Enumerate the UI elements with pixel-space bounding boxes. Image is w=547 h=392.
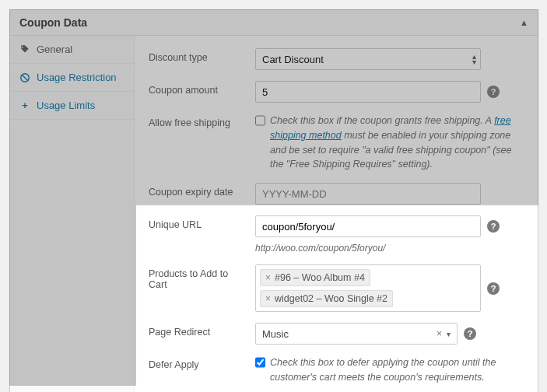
collapse-icon[interactable]: ▲ — [520, 18, 528, 27]
coupon-data-panel: Coupon Data ▲ General Usage Restriction … — [9, 9, 538, 392]
product-tag-label: #96 – Woo Album #4 — [275, 272, 365, 283]
unique-url-input[interactable] — [255, 215, 481, 237]
tab-usage-restriction[interactable]: Usage Restriction — [10, 64, 134, 92]
tab-limits-label: Usage Limits — [37, 100, 95, 111]
tab-general-label: General — [37, 44, 72, 55]
row-coupon-amount: Coupon amount — [149, 81, 524, 103]
label-coupon-amount: Coupon amount — [149, 81, 246, 96]
panel-header[interactable]: Coupon Data ▲ — [10, 10, 538, 36]
help-icon[interactable] — [487, 220, 500, 233]
clear-icon[interactable]: × — [437, 328, 442, 339]
help-icon[interactable] — [487, 282, 500, 295]
tab-content: Discount type Cart Discount ▴▾ Coupon am… — [135, 36, 538, 392]
label-page-redirect: Page Redirect — [149, 323, 246, 338]
page-redirect-select[interactable]: Music × ▾ — [255, 323, 458, 345]
remove-tag-icon[interactable]: × — [265, 293, 271, 304]
row-page-redirect: Page Redirect Music × ▾ — [149, 323, 524, 345]
label-defer-apply: Defer Apply — [149, 355, 246, 370]
help-icon[interactable] — [464, 327, 476, 340]
chevron-down-icon[interactable]: ▾ — [447, 330, 451, 338]
row-products-add: Products to Add to Cart × #96 – Woo Albu… — [149, 264, 524, 312]
product-tag-label: widget02 – Woo Single #2 — [275, 293, 387, 304]
free-shipping-desc: Check this box if the coupon grants free… — [270, 114, 524, 172]
tab-restriction-label: Usage Restriction — [37, 72, 117, 83]
label-unique-url: Unique URL — [149, 215, 246, 230]
products-add-input[interactable]: × #96 – Woo Album #4 × widget02 – Woo Si… — [255, 264, 481, 312]
panel-title: Coupon Data — [19, 16, 87, 29]
row-discount-type: Discount type Cart Discount ▴▾ — [149, 48, 524, 70]
block-icon — [19, 72, 30, 83]
row-defer-apply: Defer Apply Check this box to defer appl… — [149, 355, 524, 385]
coupon-amount-input[interactable] — [255, 81, 481, 103]
unique-url-hint: http://woo.com/coupon/5foryou/ — [255, 243, 524, 254]
tab-usage-limits[interactable]: + Usage Limits — [10, 92, 134, 120]
row-free-shipping: Allow free shipping Check this box if th… — [149, 114, 524, 172]
label-expiry: Coupon expiry date — [149, 183, 246, 198]
plus-icon: + — [19, 100, 30, 111]
defer-apply-desc: Check this box to defer applying the cou… — [270, 355, 524, 385]
product-tag: × #96 – Woo Album #4 — [260, 269, 370, 286]
remove-tag-icon[interactable]: × — [265, 272, 271, 283]
free-shipping-checkbox[interactable] — [255, 115, 265, 126]
help-icon[interactable] — [487, 86, 500, 98]
svg-line-1 — [23, 75, 28, 80]
tab-general[interactable]: General — [10, 36, 134, 64]
discount-type-select[interactable]: Cart Discount — [255, 48, 481, 70]
page-redirect-value: Music — [262, 328, 289, 340]
label-free-shipping: Allow free shipping — [149, 114, 246, 128]
expiry-input[interactable] — [255, 183, 481, 205]
defer-apply-checkbox[interactable] — [255, 357, 265, 368]
product-tag: × widget02 – Woo Single #2 — [260, 290, 393, 307]
row-unique-url: Unique URL http://woo.com/coupon/5foryou… — [149, 215, 524, 254]
tabs-sidebar: General Usage Restriction + Usage Limits — [10, 36, 135, 392]
row-expiry: Coupon expiry date — [149, 183, 524, 205]
label-products-add: Products to Add to Cart — [149, 264, 246, 290]
tag-icon — [19, 44, 30, 55]
label-discount-type: Discount type — [149, 48, 246, 63]
